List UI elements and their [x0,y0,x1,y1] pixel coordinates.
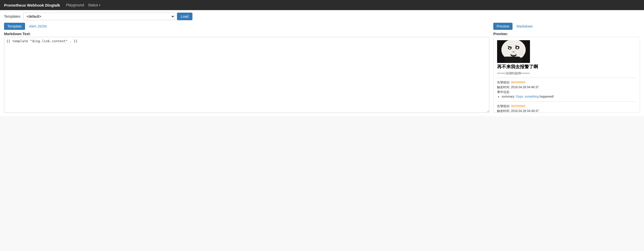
right-column: Preview Markdown Preview: [493,23,640,113]
alert-time-label-1: 触发时间: [497,109,510,113]
alert-level-label-1: 告警级别: [497,104,510,108]
tab-template[interactable]: Template [4,23,25,30]
preview-subtitle: =====侦测到故障===== [497,71,636,78]
alert-block-0: 告警级别: WARNING 触发时间: 2016.04.28 04:46:37 … [497,80,636,102]
alert-block-1: 告警级别: WARNING 触发时间: 2016.04.28 04:49:37 … [497,104,636,113]
alert-level-label-0: 告警级别: [497,81,510,84]
svg-rect-15 [522,51,524,55]
svg-point-7 [512,51,515,53]
svg-rect-14 [521,50,522,55]
load-button[interactable]: Load [177,13,192,20]
svg-rect-13 [519,51,521,55]
preview-box: 再不来我去报警了啊 =====侦测到故障===== 告警级别: WARNING … [493,37,640,113]
meme-image [497,40,636,64]
alert-item-text-0-0: summary: Oops. something happened! [502,95,554,98]
navbar-link-playground[interactable]: Playground [66,3,84,7]
alert-level-value-0: WARNING [511,81,526,84]
meme-svg [497,40,530,63]
navbar-dropdown-status[interactable]: Status ▾ [88,3,100,7]
markdown-text-label: Markdown Text: [4,32,489,36]
alert-level-row-0: 告警级别: WARNING [497,80,636,85]
alert-time-row-1: 触发时间: 2016.04.28 04:49:37 [497,109,636,113]
templates-label: Templates: [4,14,21,18]
alert-time-label-0: 触发时间: [497,85,510,89]
svg-point-5 [509,48,510,49]
tab-markdown[interactable]: Markdown [514,23,536,30]
alert-level-row-1: 告警级别: WARNING [497,104,636,108]
svg-point-9 [511,53,516,55]
alert-list-0: summary: Oops. something happened! [502,95,636,98]
alert-time-value-1: 2016.04.28 04:49:37 [511,109,539,113]
navbar: Prometheus Webhook Dingtalk Playground S… [0,0,644,10]
alert-level-value-1: WARNING [511,104,526,108]
left-tab-row: Template Alert JSON [4,23,489,30]
alert-time-value-0: 2016.04.28 04:46:37 [511,85,539,89]
right-tab-row: Preview Markdown [493,23,640,30]
svg-point-6 [517,47,518,49]
templates-select[interactable]: <default> [23,13,175,20]
left-column: Template Alert JSON Markdown Text: [4,23,489,113]
two-col-layout: Template Alert JSON Markdown Text: Previ… [4,23,640,113]
markdown-textarea[interactable] [4,37,489,113]
navbar-status-label: Status [88,3,98,7]
navbar-caret-icon: ▾ [99,4,100,7]
preview-label: Preview: [493,32,640,36]
alert-time-row-0: 触发时间: 2016.04.28 04:46:37 [497,85,636,89]
templates-row: Templates: <default> Load [4,13,640,20]
tab-preview[interactable]: Preview [493,23,513,30]
alert-link-0-0: Oops. something [516,95,539,98]
preview-inner: 再不来我去报警了啊 =====侦测到故障===== 告警级别: WARNING … [494,37,640,113]
navbar-brand: Prometheus Webhook Dingtalk [4,3,60,7]
tab-alert-json[interactable]: Alert JSON [26,23,50,30]
preview-title: 再不来我去报警了啊 [497,64,636,70]
alert-info-label-0: 事件信息: [497,90,636,94]
svg-rect-2 [505,57,522,63]
alert-list-item-0-0: summary: Oops. something happened! [502,95,636,98]
main-content: Templates: <default> Load Template Alert… [0,10,644,116]
